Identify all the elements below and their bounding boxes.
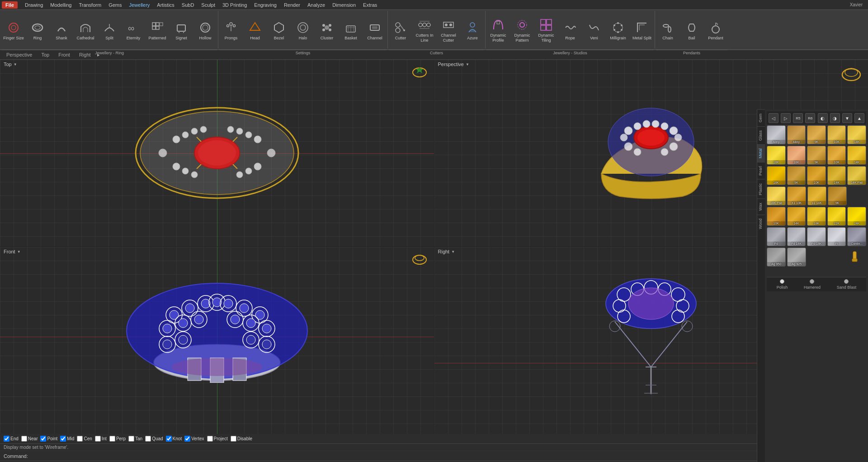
menu-subd[interactable]: SubD: [178, 1, 198, 9]
snap-point-checkbox[interactable]: [40, 436, 46, 442]
material-swatch-14k-4[interactable]: 14K: [787, 207, 806, 226]
material-swatch-14k-2[interactable]: 14K: [847, 146, 866, 165]
toolbar-btn-dynamic-tiling[interactable]: Dynamic Tiling: [534, 12, 558, 49]
vtab-pearl[interactable]: Pearl: [757, 162, 765, 179]
vp-tab-top[interactable]: Top: [37, 51, 54, 58]
menu-jewellery[interactable]: Jewellery: [125, 1, 153, 9]
material-swatch-24k[interactable]: 24K: [847, 207, 866, 226]
snap-mid-checkbox[interactable]: [60, 436, 66, 442]
toolbar-btn-prongs[interactable]: Prongs: [219, 12, 243, 49]
menu-3dprinting[interactable]: 3D Printing: [219, 1, 250, 9]
vp-tab-perspective[interactable]: Perspective: [2, 51, 37, 58]
snap-knot-checkbox[interactable]: [166, 436, 172, 442]
snap-tan-checkbox[interactable]: [128, 436, 134, 442]
material-swatch-10k-1[interactable]: 10K: [827, 125, 846, 144]
material-swatch-10k-2[interactable]: 10K: [827, 146, 846, 165]
polish-item-polish[interactable]: Polish: [777, 279, 788, 290]
snap-vertex-checkbox[interactable]: [184, 436, 190, 442]
snap-disable-checkbox[interactable]: [231, 436, 236, 442]
snap-int-checkbox[interactable]: [95, 436, 101, 442]
material-swatch-14k-pall[interactable]: 14K Pall: [847, 166, 866, 185]
vtab-gem[interactable]: Gem: [757, 110, 765, 126]
menu-sculpt[interactable]: Sculpt: [198, 1, 219, 9]
menu-transform[interactable]: Transform: [75, 1, 105, 9]
file-menu[interactable]: File: [2, 1, 18, 9]
polish-dot-polish[interactable]: [780, 279, 784, 284]
menu-modelling[interactable]: Modelling: [47, 1, 75, 9]
toolbar-btn-channel-cutter[interactable]: Channel Cutter: [437, 12, 460, 49]
polish-dot-hamered[interactable]: [810, 279, 814, 284]
toolbar-btn-shank[interactable]: Shank: [50, 12, 73, 49]
menu-dimension[interactable]: Dimension: [329, 1, 359, 9]
vtab-wax[interactable]: Wax: [757, 199, 765, 214]
toolbar-btn-halo[interactable]: Halo: [291, 12, 315, 49]
vtab-plastic[interactable]: Plastic: [757, 179, 765, 199]
menu-extras[interactable]: Extras: [359, 1, 381, 9]
toolbar-btn-chain[interactable]: Chain: [656, 12, 679, 49]
toolbar-btn-dynamic-pattern[interactable]: Dynamic Pattern: [510, 12, 534, 49]
material-swatch-pd[interactable]: Pd: [767, 227, 786, 246]
command-input[interactable]: [29, 453, 864, 459]
material-swatch-18k-pall[interactable]: 18K Pall: [767, 186, 786, 205]
viewport-perspective-dropdown[interactable]: ▼: [466, 62, 469, 67]
toolbar-btn-split[interactable]: Split: [98, 12, 121, 49]
sp-btn-r5[interactable]: R5: [793, 113, 803, 123]
toolbar-btn-cutters-in-line[interactable]: Cutters In Line: [413, 12, 436, 49]
polish-dot-sandblast[interactable]: [844, 279, 849, 284]
material-swatch-18k-3[interactable]: 18K: [807, 207, 826, 226]
sp-btn-half-right[interactable]: ◑: [830, 113, 840, 123]
toolbar-btn-cathedral[interactable]: Cathedral: [74, 12, 97, 49]
snap-perp-checkbox[interactable]: [109, 436, 115, 442]
toolbar-btn-veni[interactable]: Veni: [582, 12, 606, 49]
material-swatch-alloy-1[interactable]: Alloy: [767, 125, 786, 144]
sp-btn-down[interactable]: ▼: [842, 113, 852, 123]
sp-btn-half-left[interactable]: ◐: [818, 113, 828, 123]
material-swatch-x1-14k[interactable]: x1 14K: [807, 186, 826, 205]
sp-btn-up[interactable]: ▲: [854, 113, 864, 123]
material-swatch-pd-18k[interactable]: Pd 18K: [807, 227, 826, 246]
material-swatch-x1-10k[interactable]: X1 10K: [787, 186, 806, 205]
material-swatch-pd-14k[interactable]: Pd 14K: [787, 227, 806, 246]
sp-btn-left[interactable]: ◁: [769, 113, 778, 123]
menu-render[interactable]: Render: [280, 1, 304, 9]
sp-btn-r6[interactable]: R6: [805, 113, 815, 123]
toolbar-btn-bail[interactable]: Bail: [680, 12, 703, 49]
material-swatch-10k-3[interactable]: 10K: [807, 166, 826, 185]
viewport-top[interactable]: Top ▼: [0, 60, 434, 247]
viewport-right-dropdown[interactable]: ▼: [451, 250, 455, 254]
viewport-top-label[interactable]: Top ▼: [4, 62, 17, 67]
toolbar-btn-head[interactable]: Head: [243, 12, 267, 49]
polish-item-hamered[interactable]: Hamered: [804, 279, 821, 290]
material-swatch-alloy-2[interactable]: Alloy: [787, 125, 806, 144]
material-swatch-9k-3[interactable]: 9K: [787, 166, 806, 185]
material-swatch-14k-3[interactable]: 14K: [827, 166, 846, 185]
material-swatch-18k-rose[interactable]: 18K: [787, 146, 806, 165]
snap-project-checkbox[interactable]: [207, 436, 213, 442]
toolbar-btn-metal-split[interactable]: Metal Split: [630, 12, 654, 49]
material-swatch-9k-4[interactable]: 9K: [828, 186, 847, 205]
viewport-front-dropdown[interactable]: ▼: [17, 250, 21, 254]
material-swatch-pt[interactable]: Pt: [827, 227, 846, 246]
viewport-front[interactable]: Front ▼: [0, 247, 434, 434]
snap-cen-checkbox[interactable]: [77, 436, 83, 442]
menu-gems[interactable]: Gems: [105, 1, 125, 9]
toolbar-btn-cutter[interactable]: Cutter: [389, 12, 412, 49]
viewport-perspective-label[interactable]: Perspective ▼: [438, 62, 469, 67]
vp-tab-right[interactable]: Right: [75, 51, 95, 58]
toolbar-btn-patterned[interactable]: Patterned: [146, 12, 169, 49]
toolbar-btn-cluster[interactable]: Cluster: [315, 12, 339, 49]
vp-tab-front[interactable]: Front: [54, 51, 75, 58]
toolbar-btn-dynamic-profile[interactable]: Dynamic Profile: [486, 12, 510, 49]
menu-artistics[interactable]: Artistics: [153, 1, 178, 9]
polish-item-sandblast[interactable]: Sand Blast: [837, 279, 857, 290]
toolbar-btn-milligrain[interactable]: Milligrain: [606, 12, 630, 49]
snap-quad-checkbox[interactable]: [145, 436, 151, 442]
menu-engraving[interactable]: Engraving: [250, 1, 280, 9]
material-swatch-continuum[interactable]: Contin...: [847, 227, 866, 246]
sp-btn-right[interactable]: ▷: [781, 113, 791, 123]
snap-near-checkbox[interactable]: [21, 436, 27, 442]
material-swatch-ag-950[interactable]: Ag 950: [767, 248, 786, 267]
toolbar-btn-channel[interactable]: Channel: [363, 12, 387, 49]
vtab-wood[interactable]: Wood: [757, 214, 765, 233]
viewport-right-label[interactable]: Right ▼: [438, 249, 455, 254]
